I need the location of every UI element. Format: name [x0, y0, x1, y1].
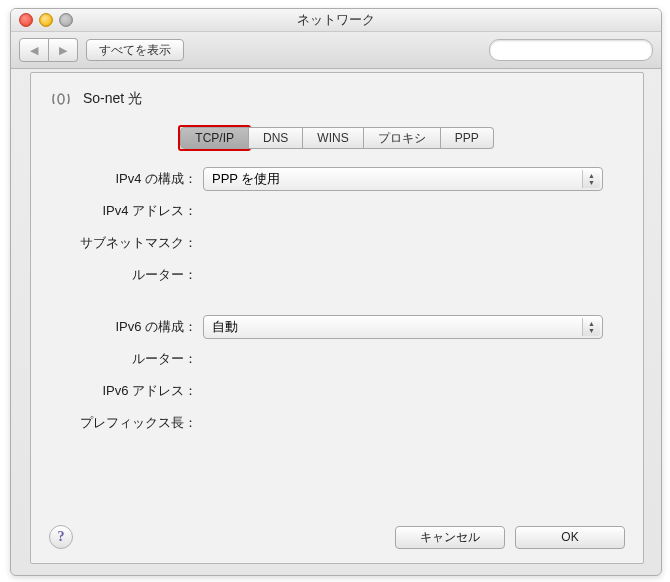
tab-proxy[interactable]: プロキシ: [364, 127, 441, 149]
zoom-icon[interactable]: [59, 13, 73, 27]
popup-value: 自動: [212, 318, 238, 336]
connection-header: So-net 光: [31, 73, 643, 119]
nav-group: ◀ ▶: [19, 38, 78, 62]
chevrons-icon: ▲▼: [582, 318, 600, 336]
svg-point-2: [58, 94, 64, 104]
subnet-mask-label: サブネットマスク：: [71, 234, 203, 252]
form-area: IPv4 の構成： PPP を使用 ▲▼ IPv4 アドレス： サブネットマスク…: [31, 163, 643, 435]
titlebar: ネットワーク: [11, 9, 661, 32]
router4-label: ルーター：: [71, 266, 203, 284]
popup-value: PPP を使用: [212, 170, 280, 188]
ok-button[interactable]: OK: [515, 526, 625, 549]
prefix-length-label: プレフィックス長：: [71, 414, 203, 432]
chevrons-icon: ▲▼: [582, 170, 600, 188]
tab-label: WINS: [317, 131, 348, 145]
router6-label: ルーター：: [71, 350, 203, 368]
ipv6-config-popup[interactable]: 自動 ▲▼: [203, 315, 603, 339]
footer: ? キャンセル OK: [49, 525, 625, 549]
help-button[interactable]: ?: [49, 525, 73, 549]
forward-button[interactable]: ▶: [49, 38, 78, 62]
ipv4-config-label: IPv4 の構成：: [71, 170, 203, 188]
ipv6-address-label: IPv6 アドレス：: [71, 382, 203, 400]
ipv4-config-popup[interactable]: PPP を使用 ▲▼: [203, 167, 603, 191]
tab-wins[interactable]: WINS: [303, 127, 363, 149]
tab-dns[interactable]: DNS: [249, 127, 303, 149]
minimize-icon[interactable]: [39, 13, 53, 27]
tab-ppp[interactable]: PPP: [441, 127, 494, 149]
ipv4-address-label: IPv4 アドレス：: [71, 202, 203, 220]
tab-label: プロキシ: [378, 130, 426, 147]
cancel-button[interactable]: キャンセル: [395, 526, 505, 549]
window-title: ネットワーク: [297, 11, 375, 29]
tab-bar: TCP/IP DNS WINS プロキシ PPP: [31, 127, 643, 149]
close-icon[interactable]: [19, 13, 33, 27]
search-field[interactable]: [489, 39, 653, 61]
preferences-window: ネットワーク ◀ ▶ すべてを表示 So-net 光: [10, 8, 662, 576]
back-button[interactable]: ◀: [19, 38, 49, 62]
settings-sheet: So-net 光 TCP/IP DNS WINS プロキシ PPP: [30, 72, 644, 564]
tab-label: PPP: [455, 131, 479, 145]
show-all-button[interactable]: すべてを表示: [86, 39, 184, 61]
connection-name: So-net 光: [83, 90, 142, 108]
connection-icon: [49, 87, 73, 111]
search-input[interactable]: [500, 42, 654, 58]
tab-tcpip[interactable]: TCP/IP: [180, 127, 249, 149]
toolbar: ◀ ▶ すべてを表示: [11, 32, 661, 69]
tab-label: DNS: [263, 131, 288, 145]
ipv6-config-label: IPv6 の構成：: [71, 318, 203, 336]
traffic-lights: [19, 13, 73, 27]
tab-label: TCP/IP: [195, 131, 234, 145]
